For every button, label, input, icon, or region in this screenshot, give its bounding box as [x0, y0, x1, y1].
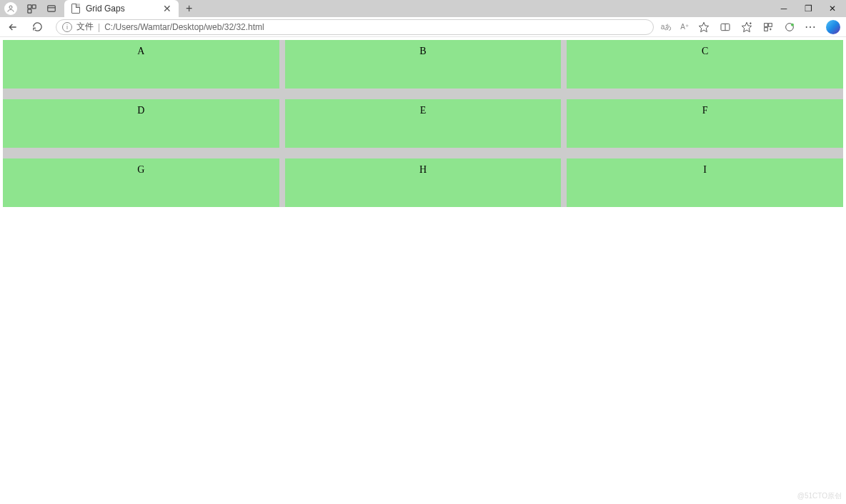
- page-icon: [71, 4, 80, 14]
- grid-cell-b: B: [285, 40, 562, 89]
- grid-cell-a: A: [3, 40, 279, 89]
- browser-tab[interactable]: Grid Gaps ✕: [64, 0, 179, 17]
- extensions-icon[interactable]: [783, 21, 796, 34]
- toolbar: i 文件 | C:/Users/Wamtar/Desktop/web/32/32…: [0, 17, 846, 37]
- addr-divider: |: [98, 22, 100, 32]
- more-icon[interactable]: ⋯: [805, 21, 817, 34]
- svg-rect-12: [765, 23, 768, 26]
- grid-cell-e: E: [285, 99, 562, 148]
- svg-point-18: [791, 23, 794, 26]
- svg-rect-3: [27, 9, 31, 13]
- info-icon[interactable]: i: [62, 22, 72, 32]
- grid-cell-i: I: [567, 158, 843, 207]
- close-window-button[interactable]: ✕: [820, 0, 845, 17]
- toolbar-right: aあ A⁺ ⋯: [661, 20, 842, 34]
- window-controls: ─ ❐ ✕: [772, 0, 845, 17]
- tab-actions-icon[interactable]: [46, 3, 57, 14]
- watermark: @51CTO原创: [797, 491, 842, 501]
- grid-cell-d: D: [3, 99, 279, 148]
- workspaces-icon[interactable]: [26, 3, 37, 14]
- refresh-button[interactable]: [29, 19, 46, 36]
- grid-cell-f: F: [567, 99, 843, 148]
- grid-container: A B C D E F G H I: [3, 40, 843, 207]
- svg-rect-1: [27, 4, 31, 8]
- titlebar: Grid Gaps ✕ + ─ ❐ ✕: [0, 0, 846, 17]
- grid-cell-g: G: [3, 158, 279, 207]
- svg-marker-6: [699, 22, 708, 31]
- svg-rect-2: [32, 4, 36, 8]
- address-bar[interactable]: i 文件 | C:/Users/Wamtar/Desktop/web/32/32…: [56, 19, 654, 35]
- titlebar-left: [1, 2, 57, 15]
- tab-close-button[interactable]: ✕: [163, 4, 171, 14]
- profile-icon[interactable]: [4, 2, 17, 15]
- maximize-button[interactable]: ❐: [796, 0, 820, 17]
- copilot-icon[interactable]: [826, 20, 840, 34]
- svg-point-0: [9, 6, 12, 9]
- favorite-icon[interactable]: [697, 21, 710, 34]
- tab-title: Grid Gaps: [86, 4, 125, 14]
- translate-icon[interactable]: aあ: [661, 22, 672, 32]
- split-screen-icon[interactable]: [719, 21, 732, 34]
- svg-marker-9: [742, 22, 751, 31]
- svg-rect-14: [765, 27, 768, 31]
- grid-cell-c: C: [567, 40, 843, 89]
- collections-icon[interactable]: [762, 21, 775, 34]
- svg-rect-4: [48, 6, 56, 11]
- read-aloud-icon[interactable]: A⁺: [680, 23, 689, 31]
- favorites-list-icon[interactable]: [740, 21, 753, 34]
- grid-cell-h: H: [285, 158, 562, 207]
- minimize-button[interactable]: ─: [772, 0, 796, 17]
- page-viewport: A B C D E F G H I: [0, 37, 846, 210]
- file-label: 文件: [76, 21, 94, 33]
- back-button[interactable]: [4, 19, 21, 36]
- url-path: C:/Users/Wamtar/Desktop/web/32/32.html: [104, 22, 264, 32]
- svg-rect-13: [769, 23, 772, 26]
- new-tab-button[interactable]: +: [186, 2, 192, 15]
